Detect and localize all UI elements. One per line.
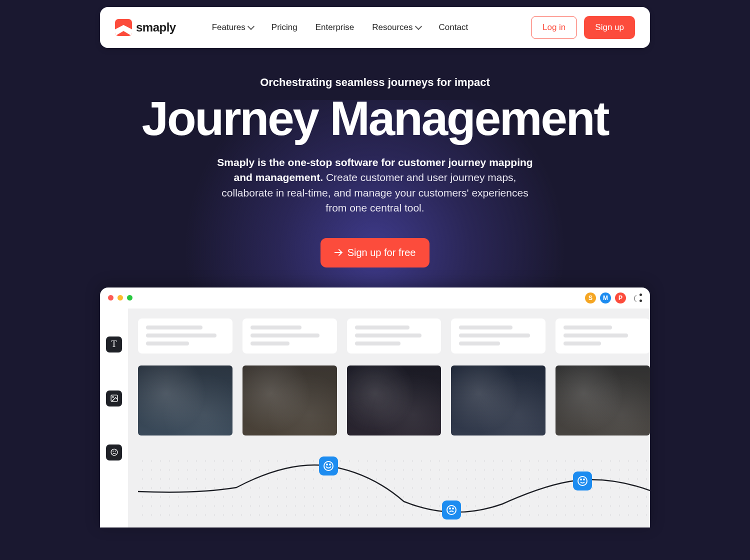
traffic-green-icon [127, 295, 132, 300]
avatar[interactable]: P [615, 292, 626, 304]
titlebar-right: S M P [585, 292, 642, 304]
window-titlebar: S M P [100, 288, 650, 308]
image-row [138, 366, 650, 436]
stage-card[interactable] [242, 318, 337, 354]
traffic-red-icon [108, 295, 114, 300]
svg-point-6 [326, 464, 328, 465]
hero-tagline: Orchestrating seamless journeys for impa… [125, 76, 625, 89]
nav-cta-group: Log in Sign up [531, 16, 635, 39]
chevron-down-icon [248, 23, 254, 30]
journey-image[interactable] [242, 366, 337, 436]
nav-contact[interactable]: Contact [439, 22, 468, 32]
svg-point-13 [584, 479, 584, 480]
stage-card[interactable] [556, 318, 650, 354]
stage-card[interactable] [451, 318, 546, 354]
hero-headline: Journey Management [125, 94, 625, 143]
journey-image[interactable] [451, 366, 546, 436]
svg-point-11 [578, 476, 587, 486]
top-nav: smaply Features Pricing Enterprise Resou… [100, 7, 650, 48]
arrow-right-icon [334, 248, 342, 256]
nav-enterprise[interactable]: Enterprise [316, 22, 354, 32]
logo-mark-icon [115, 19, 132, 36]
stage-row [138, 318, 650, 354]
emotion-node-sad[interactable] [442, 500, 461, 520]
avatar[interactable]: M [600, 292, 611, 304]
emotion-tool-button[interactable] [106, 444, 122, 460]
signup-free-button[interactable]: Sign up for free [320, 238, 430, 268]
svg-point-7 [330, 464, 330, 465]
journey-image[interactable] [556, 366, 650, 436]
svg-point-3 [113, 451, 114, 452]
traffic-yellow-icon [118, 295, 123, 300]
journey-image[interactable] [138, 366, 232, 436]
journey-board[interactable] [128, 308, 650, 528]
svg-point-4 [115, 451, 116, 452]
svg-point-5 [324, 462, 333, 470]
image-icon [110, 394, 118, 402]
stage-card[interactable] [138, 318, 232, 354]
nav-resources[interactable]: Resources [372, 22, 420, 32]
svg-point-8 [447, 506, 456, 514]
emotion-node-neutral[interactable] [573, 472, 592, 490]
nav-features[interactable]: Features [212, 22, 254, 32]
svg-point-10 [452, 508, 454, 509]
chevron-down-icon [414, 23, 422, 30]
signup-button[interactable]: Sign up [584, 16, 635, 39]
login-button[interactable]: Log in [531, 16, 577, 39]
tool-rail: T [100, 308, 128, 528]
brand-name: smaply [136, 20, 176, 34]
emotion-row [138, 456, 650, 516]
avatar[interactable]: S [585, 292, 596, 304]
nav-pricing[interactable]: Pricing [272, 22, 298, 32]
hero: Orchestrating seamless journeys for impa… [125, 76, 625, 268]
journey-image[interactable] [347, 366, 442, 436]
svg-point-12 [580, 479, 582, 480]
stage-card[interactable] [347, 318, 442, 354]
journey-canvas: T [100, 308, 650, 528]
svg-point-1 [112, 396, 113, 398]
text-tool-button[interactable]: T [106, 336, 122, 352]
app-preview-window: S M P T [100, 288, 650, 528]
emotion-node-happy[interactable] [319, 456, 338, 476]
svg-point-9 [450, 508, 450, 509]
nav-items: Features Pricing Enterprise Resources Co… [212, 22, 468, 32]
hero-subtext: Smaply is the one-stop software for cust… [215, 155, 535, 216]
logo[interactable]: smaply [115, 19, 176, 36]
emotion-icon [110, 448, 118, 456]
image-tool-button[interactable] [106, 390, 122, 406]
svg-point-2 [111, 449, 118, 456]
share-icon[interactable] [633, 294, 642, 302]
